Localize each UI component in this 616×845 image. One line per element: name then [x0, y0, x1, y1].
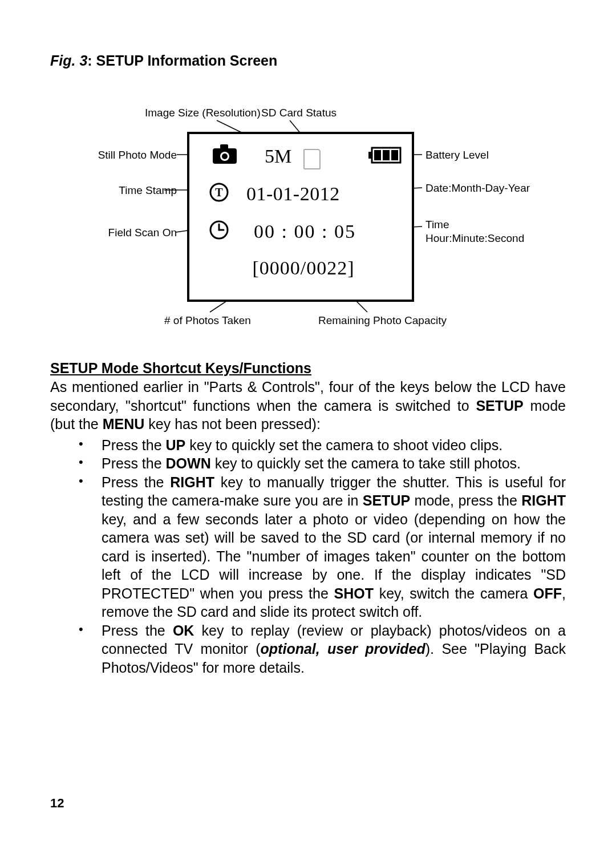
camera-icon — [212, 144, 237, 164]
list-item: Press the RIGHT key to manually trigger … — [79, 473, 566, 621]
callout-time-l2: Hour:Minute:Second — [425, 232, 524, 245]
lcd-screen: 5M T — [187, 132, 414, 302]
callout-time-stamp: Time Stamp — [119, 184, 177, 197]
list-item: Press the OK key to replay (review or pl… — [79, 621, 566, 677]
list-item: Press the DOWN key to quickly set the ca… — [79, 454, 566, 473]
lcd-counter: [0000/0022] — [252, 257, 354, 279]
svg-rect-16 — [374, 150, 381, 160]
lcd-time: 00 : 00 : 05 — [254, 221, 356, 242]
shortcut-list: Press the UP key to quickly set the came… — [50, 436, 566, 677]
lcd-resolution: 5M — [265, 145, 291, 167]
svg-point-13 — [222, 153, 228, 159]
timestamp-icon: T — [209, 182, 229, 203]
callout-date-format: Date:Month-Day-Year — [425, 182, 530, 195]
figure-caption: Fig. 3: SETUP Information Screen — [50, 52, 566, 69]
intro-paragraph: As mentioned earlier in "Parts & Control… — [50, 378, 566, 434]
svg-rect-17 — [383, 150, 390, 160]
setup-info-diagram: Image Size (Resolution) SD Card Status S… — [50, 92, 566, 337]
callout-image-size: Image Size (Resolution) — [145, 107, 261, 119]
lcd-date: 01-01-2012 — [246, 183, 340, 205]
figure-title-text: : SETUP Information Screen — [87, 52, 277, 68]
callout-remaining: Remaining Photo Capacity — [318, 314, 447, 327]
callout-still-photo: Still Photo Mode — [98, 149, 177, 161]
callout-battery: Battery Level — [425, 149, 489, 161]
callout-field-scan: Field Scan On — [108, 227, 177, 239]
figure-number: Fig. 3 — [50, 52, 87, 68]
page-number: 12 — [50, 796, 64, 811]
list-item: Press the UP key to quickly set the came… — [79, 436, 566, 455]
subheading-shortcut: SETUP Mode Shortcut Keys/Functions — [50, 360, 566, 377]
svg-rect-18 — [391, 150, 398, 160]
sd-card-icon — [303, 149, 321, 169]
clock-icon — [209, 220, 229, 240]
callout-sd-status: SD Card Status — [261, 107, 337, 119]
battery-icon — [368, 147, 402, 164]
svg-text:T: T — [215, 186, 223, 199]
callout-photos-taken: # of Photos Taken — [164, 314, 251, 327]
svg-rect-11 — [220, 144, 228, 149]
callout-time-l1: Time — [425, 219, 449, 231]
svg-rect-15 — [368, 152, 372, 159]
